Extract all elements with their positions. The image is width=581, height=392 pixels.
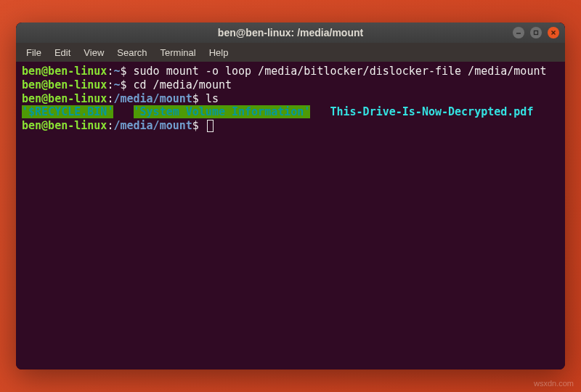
menu-edit[interactable]: Edit xyxy=(49,45,76,60)
window-title: ben@ben-linux: /media/mount xyxy=(218,27,363,38)
terminal-line: ben@ben-linux:~$ sudo mount -o loop /med… xyxy=(22,65,559,78)
command-text: cd /media/mount xyxy=(134,78,232,91)
close-icon xyxy=(550,30,556,36)
menu-help[interactable]: Help xyxy=(203,45,235,60)
cursor-icon xyxy=(207,120,214,132)
terminal-line: ben@ben-linux:/media/mount$ xyxy=(22,119,559,133)
menu-terminal[interactable]: Terminal xyxy=(155,45,202,60)
command-text: ls xyxy=(206,92,219,105)
maximize-icon xyxy=(533,30,539,36)
prompt-userhost: ben@ben-linux xyxy=(22,78,107,91)
menubar: File Edit View Search Terminal Help xyxy=(16,43,565,62)
terminal-line: ben@ben-linux:~$ cd /media/mount xyxy=(22,78,559,92)
prompt-userhost: ben@ben-linux xyxy=(22,92,107,105)
svg-rect-1 xyxy=(535,31,538,35)
ls-entry-highlighted: 'System Volume Information' xyxy=(134,105,311,118)
terminal-line: ben@ben-linux:/media/mount$ ls xyxy=(22,92,559,106)
menu-file[interactable]: File xyxy=(20,45,47,60)
titlebar[interactable]: ben@ben-linux: /media/mount xyxy=(16,23,565,43)
command-text: sudo mount -o loop /media/bitlocker/disl… xyxy=(134,65,547,78)
window-controls xyxy=(513,27,559,38)
prompt-path: /media/mount xyxy=(113,92,192,105)
watermark: wsxdn.com xyxy=(534,379,574,388)
minimize-button[interactable] xyxy=(513,27,524,38)
terminal-body[interactable]: ben@ben-linux:~$ sudo mount -o loop /med… xyxy=(16,62,565,369)
ls-entry-highlighted: '$RECYCLE.BIN' xyxy=(22,105,113,118)
maximize-button[interactable] xyxy=(530,27,542,38)
menu-view[interactable]: View xyxy=(78,45,110,60)
menu-search[interactable]: Search xyxy=(111,45,153,60)
prompt-userhost: ben@ben-linux xyxy=(22,119,107,132)
ls-entry-file: This-Drive-Is-Now-Decrypted.pdf xyxy=(330,105,533,118)
close-button[interactable] xyxy=(548,27,559,38)
terminal-window: ben@ben-linux: /media/mount File Edit Vi… xyxy=(16,23,565,369)
prompt-userhost: ben@ben-linux xyxy=(22,65,107,78)
terminal-output-line: '$RECYCLE.BIN' 'System Volume Informatio… xyxy=(22,105,559,119)
minimize-icon xyxy=(516,30,521,36)
prompt-path: /media/mount xyxy=(113,119,192,132)
